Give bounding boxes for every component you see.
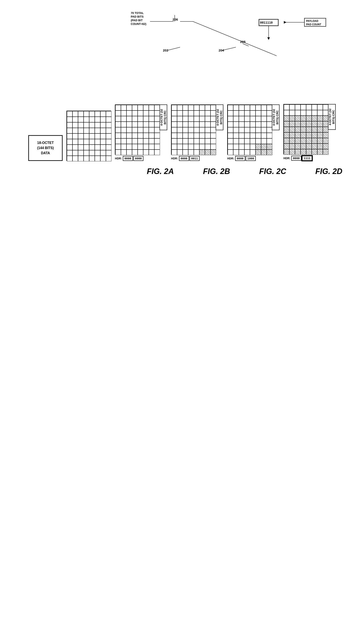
plain-cell-5-5: [95, 139, 100, 145]
fig2c-grid-crc: (function(){ var container = document.cu…: [227, 105, 280, 155]
fig2c-cell-5-7: [267, 133, 272, 138]
fig2a-cell-4-1: [121, 127, 126, 133]
fig2d-cell-7-7: [323, 144, 328, 149]
fig2d-cell-3-5: [312, 121, 317, 127]
fig2c-cell-5-3: [244, 133, 250, 138]
fig2d-cell-1-5: [312, 110, 317, 116]
svg-line-7: [167, 47, 180, 50]
fig2d-cell-7-3: [300, 144, 306, 149]
fig2b-cell-6-2: [183, 138, 188, 144]
fig2b-grid-crc: (function(){ var container = document.cu…: [171, 105, 223, 155]
fig2c-cell-8-2: [239, 150, 244, 155]
fig2a-cell-3-7: [154, 122, 160, 127]
fig2d-cell-7-6: [317, 144, 323, 149]
fig2b-cell-2-3: [188, 116, 194, 122]
fig2b-cell-4-5: [199, 127, 205, 133]
fig2b-cell-5-2: [183, 133, 188, 138]
fig2b-cell-6-0: [172, 138, 177, 144]
fig2d-cell-1-2: [295, 110, 300, 116]
fig2d-crc: 4-OCTET (32 BITS) CRC: [328, 104, 336, 130]
bit-value: 0011110: [260, 21, 273, 24]
fig2c-cell-8-1: [233, 150, 239, 155]
fig2b-cell-7-0: [172, 144, 177, 150]
fig2d-cell-5-0: [284, 132, 290, 138]
fig2d-cell-6-2: [295, 138, 300, 144]
plain-cell-6-6: [100, 145, 106, 150]
fig2a-grid: (function(){ var container = document.cu…: [115, 105, 159, 155]
fig2a-hdr-val2: 0000: [133, 156, 144, 161]
fig2a-cell-4-5: [143, 127, 149, 133]
plain-cell-2-0: [67, 122, 73, 128]
plain-cell-3-6: [100, 128, 106, 133]
fig2c-cell-1-3: [244, 111, 250, 116]
fig2c-cell-0-4: [250, 105, 255, 111]
fig2d-cell-8-2: [295, 149, 300, 155]
fig2b-cell-3-7: [211, 122, 216, 127]
plain-grid: (function(){ var container = document.cu…: [67, 111, 111, 161]
fig2c-cell-0-6: [261, 105, 267, 111]
figures-row: 18-OCTET (144 BITS) DATA (function(){ va…: [4, 71, 360, 161]
fig2c-cell-8-6: [261, 150, 267, 155]
fig2a-label-container: FIG. 2A: [134, 167, 186, 176]
label-208: 208: [240, 40, 246, 43]
plain-cell-8-3: [84, 156, 89, 161]
plain-cell-1-0: [67, 117, 73, 122]
fig2b-cell-5-4: [194, 133, 199, 138]
fig2a-cell-3-4: [138, 122, 143, 127]
plain-cell-3-7: [106, 128, 111, 133]
fig2b-cell-2-6: [205, 116, 211, 122]
fig2a-cell-1-4: [138, 111, 143, 116]
fig2d-cell-3-2: [295, 121, 300, 127]
fig2c-cell-2-6: [261, 116, 267, 122]
plain-cell-2-7: [106, 122, 111, 128]
plain-cell-0-5: [95, 111, 100, 117]
label-206: 206: [173, 18, 178, 21]
fig2a-cell-5-0: [115, 133, 121, 138]
fig2a-label: FIG. 2A: [147, 167, 174, 176]
fig2c-cell-2-5: [255, 116, 261, 122]
fig2b-hdr-val2: 0011: [189, 156, 200, 161]
fig2c-cell-3-5: [255, 122, 261, 127]
plain-cell-6-4: [89, 145, 95, 150]
fig2c-cell-5-5: [255, 133, 261, 138]
fig2b-cell-4-4: [194, 127, 199, 133]
fig2c-cell-0-0: [228, 105, 233, 111]
fig2d-cell-7-2: [295, 144, 300, 149]
plain-cell-5-2: [78, 139, 84, 145]
fig2c-cell-0-2: [239, 105, 244, 111]
fig2a-cell-2-5: [143, 116, 149, 122]
fig2c-cell-6-3: [244, 138, 250, 144]
fig2c-cell-8-5: [255, 150, 261, 155]
plain-cell-8-7: [106, 156, 111, 161]
fig2c-hdr-label: HDR:: [227, 157, 234, 160]
fig2b-cell-0-6: [205, 105, 211, 111]
plain-cell-1-3: [84, 117, 89, 122]
fig2c-container: (function(){ var container = document.cu…: [227, 71, 280, 161]
fig2c-cell-5-2: [239, 133, 244, 138]
fig2b-cell-2-5: [199, 116, 205, 122]
fig2d-cell-2-0: [284, 116, 290, 121]
fig2c-cell-6-7: [267, 138, 272, 144]
plain-cell-6-5: [95, 145, 100, 150]
plain-cell-7-0: [67, 150, 73, 156]
fig2b-cell-4-6: [205, 127, 211, 133]
fig2d-cell-1-7: [323, 110, 328, 116]
fig2b-cell-8-0: [172, 150, 177, 155]
fig2b-cell-8-4: [194, 150, 199, 155]
fig2a-cell-7-4: [138, 144, 143, 150]
fig2c-cell-1-7: [267, 111, 272, 116]
fig2a-cell-5-5: [143, 133, 149, 138]
data-block-line1: 18-OCTET: [37, 140, 54, 146]
fig2a-cell-0-5: [143, 105, 149, 111]
fig2a-cell-0-1: [121, 105, 126, 111]
fig2c-crc-text: 4-OCTET (32 BITS) CRC: [272, 106, 279, 129]
fig2b-cell-5-7: [211, 133, 216, 138]
fig2c-cell-8-3: [244, 150, 250, 155]
fig2d-cell-0-0: [284, 105, 290, 110]
fig2b-container: (function(){ var container = document.cu…: [171, 71, 223, 161]
fig2a-cell-2-3: [132, 116, 138, 122]
fig2d-cell-0-5: [312, 105, 317, 110]
fig2c-cell-3-4: [250, 122, 255, 127]
plain-cell-5-6: [100, 139, 106, 145]
fig2b-cell-1-4: [194, 111, 199, 116]
